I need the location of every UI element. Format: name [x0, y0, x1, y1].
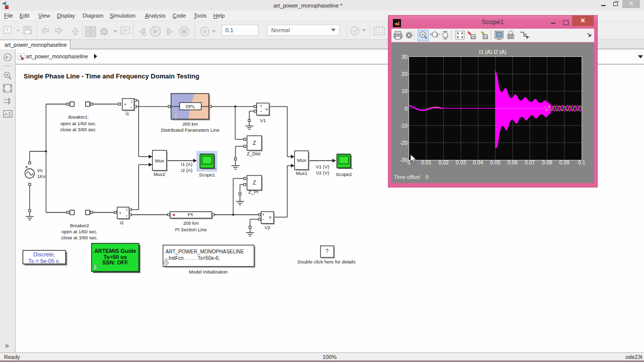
svg-text:✱: ✱ — [173, 213, 176, 217]
